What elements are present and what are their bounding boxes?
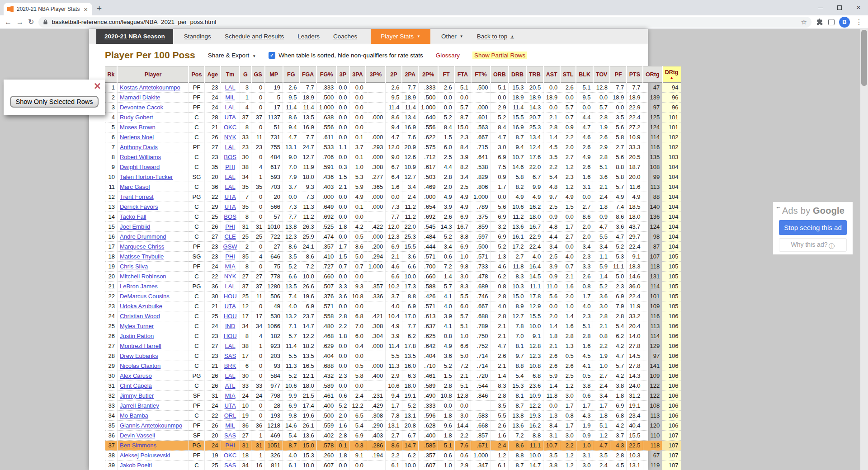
team-link[interactable]: NYK [224, 134, 236, 141]
team-link[interactable]: NYK [224, 273, 236, 280]
tab-close-icon[interactable]: × [83, 6, 89, 13]
team-link[interactable]: LAL [225, 174, 236, 180]
col-ast[interactable]: AST [543, 66, 560, 83]
team-link[interactable]: MIA [225, 263, 236, 270]
player-link[interactable]: Clint Capela [120, 382, 152, 389]
window-minimize-button[interactable] [811, 0, 830, 15]
team-link[interactable]: ATL [225, 382, 236, 389]
col-pf[interactable]: PF [610, 66, 626, 83]
team-link[interactable]: UTA [225, 303, 236, 310]
team-link[interactable]: OKC [224, 452, 236, 459]
player-link[interactable]: Mo Bamba [120, 412, 148, 419]
player-link[interactable]: Talen Horton-Tucker [120, 174, 173, 180]
team-link[interactable]: UTA [225, 402, 236, 409]
new-tab-button[interactable]: + [97, 4, 102, 14]
player-link[interactable]: Joel Embiid [120, 223, 150, 230]
team-link[interactable]: MIL [225, 422, 235, 429]
show-only-selected-rows-button[interactable]: Show Only Selected Rows [10, 96, 99, 108]
player-link[interactable]: Nerlens Noel [120, 134, 154, 141]
window-close-button[interactable]: × [849, 0, 868, 15]
col-gs[interactable]: GS [251, 66, 265, 83]
forward-icon[interactable]: → [16, 19, 24, 26]
player-link[interactable]: Kostas Antetokounmpo [120, 84, 180, 91]
player-link[interactable]: Chris Silva [120, 263, 148, 270]
bookmark-star-icon[interactable]: ☆ [801, 18, 807, 26]
page-scrollbar[interactable] [860, 29, 868, 470]
col-2pa[interactable]: 2PA [402, 66, 418, 83]
team-link[interactable]: SAS [224, 432, 236, 439]
menu-kebab-icon[interactable]: ⋮ [854, 18, 863, 26]
browser-tab[interactable]: 2020-21 NBA Player Stats: Per 10 × [4, 3, 92, 15]
team-link[interactable]: PHI [225, 223, 235, 230]
col-mp[interactable]: MP [265, 66, 283, 83]
nav-item-standings[interactable]: Standings [184, 29, 211, 44]
player-link[interactable]: Christian Wood [120, 313, 160, 320]
col-tov[interactable]: TOV [593, 66, 610, 83]
team-link[interactable]: HOU [224, 313, 237, 320]
col-blk[interactable]: BLK [576, 66, 593, 83]
extension-icon[interactable] [828, 19, 835, 25]
col-ftpct[interactable]: FT% [471, 66, 491, 83]
profile-avatar[interactable]: B [839, 17, 850, 28]
player-link[interactable]: Justin Patton [120, 333, 154, 339]
team-link[interactable]: MIA [225, 392, 236, 399]
share-export-menu[interactable]: Share & Export▼ [208, 52, 256, 59]
col-fgpct[interactable]: FG% [316, 66, 336, 83]
player-link[interactable]: Dwight Howard [120, 164, 160, 170]
team-link[interactable]: ORL [224, 412, 236, 419]
player-link[interactable]: Alex Caruso [120, 372, 152, 379]
col-g[interactable]: G [240, 66, 251, 83]
team-link[interactable]: PHI [225, 164, 235, 170]
team-link[interactable]: HOU [224, 293, 237, 300]
player-link[interactable]: Moses Brown [120, 124, 156, 131]
extensions-puzzle-icon[interactable] [816, 18, 824, 26]
player-link[interactable]: Marquese Chriss [120, 243, 164, 250]
team-link[interactable]: GSW [223, 243, 237, 250]
team-link[interactable]: LAL [225, 343, 236, 349]
col-tm[interactable]: Tm [221, 66, 240, 83]
player-link[interactable]: Nicolas Claxton [120, 362, 160, 369]
col-rk[interactable]: Rk [105, 66, 118, 83]
show-partial-rows-link[interactable]: Show Partial Rows [472, 52, 527, 59]
popup-close-icon[interactable]: × [94, 79, 101, 93]
col-2p[interactable]: 2P [386, 66, 402, 83]
col-drtg[interactable]: DRtg▲ [662, 66, 681, 83]
nav-item-leaders[interactable]: Leaders [297, 29, 320, 44]
player-link[interactable]: LeBron James [120, 283, 158, 290]
window-maximize-button[interactable] [830, 0, 849, 15]
team-link[interactable]: BOS [224, 154, 236, 160]
player-link[interactable]: Tacko Fall [120, 213, 146, 220]
col-3ppct[interactable]: 3P% [366, 66, 386, 83]
col-pts[interactable]: PTS [627, 66, 643, 83]
col-trb[interactable]: TRB [526, 66, 543, 83]
player-link[interactable]: Devontae Cacok [120, 104, 163, 111]
team-link[interactable]: BOS [224, 213, 236, 220]
hide-nonqualifiers-checkbox[interactable]: ✓ [269, 52, 275, 59]
player-link[interactable]: Montrezl Harrell [120, 343, 161, 349]
scrollbar-thumb[interactable] [861, 30, 867, 86]
nav-item-2020-21-nba-season[interactable]: 2020-21 NBA Season [96, 29, 173, 44]
player-link[interactable]: Matisse Thybulle [120, 253, 164, 260]
col-stl[interactable]: STL [560, 66, 576, 83]
team-link[interactable]: UTA [225, 193, 236, 200]
player-link[interactable]: Andre Drummond [120, 233, 166, 240]
ad-back-arrow-icon[interactable]: ← [775, 203, 781, 210]
col-2ppct[interactable]: 2P% [418, 66, 438, 83]
nav-item-back-to-top[interactable]: Back to top▲ [477, 29, 514, 44]
address-bar[interactable]: basketball-reference.com/leagues/NBA_202… [38, 17, 811, 28]
player-link[interactable]: Aleksej Pokusevski [120, 452, 170, 459]
col-age[interactable]: Age [204, 66, 221, 83]
team-link[interactable]: LAL [225, 372, 236, 379]
team-link[interactable]: IND [225, 323, 235, 329]
team-link[interactable]: PHI [225, 442, 235, 449]
player-link[interactable]: Drew Eubanks [120, 352, 158, 359]
team-link[interactable]: LAL [225, 144, 236, 150]
col-player[interactable]: Player [117, 66, 189, 83]
nav-item-coaches[interactable]: Coaches [333, 29, 357, 44]
player-link[interactable]: Ben Simmons [120, 442, 156, 449]
team-link[interactable]: LAL [225, 183, 236, 190]
team-link[interactable]: MIL [225, 94, 235, 101]
team-link[interactable]: UTA [225, 114, 236, 121]
player-link[interactable]: Mitchell Robinson [120, 273, 166, 280]
team-link[interactable]: LAL [225, 84, 236, 91]
